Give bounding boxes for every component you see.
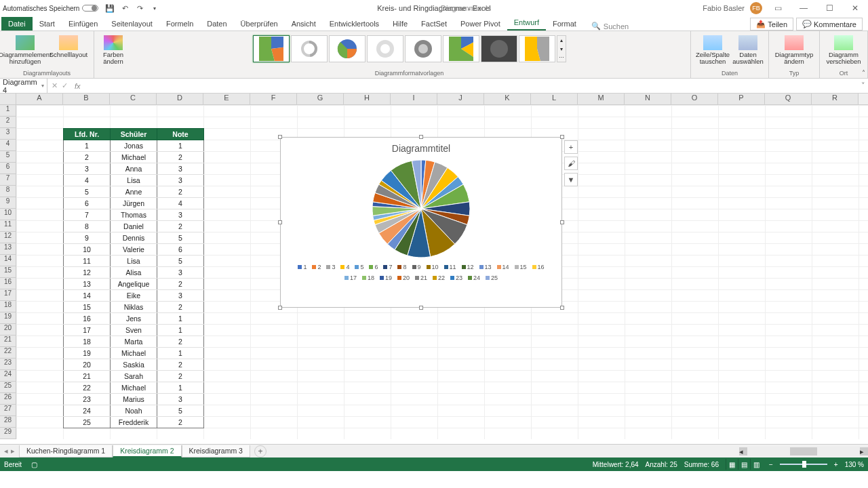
row-header[interactable]: 4 xyxy=(0,140,16,151)
zoom-level[interactable]: 130 % xyxy=(845,461,864,468)
select-all-cell[interactable] xyxy=(0,94,16,104)
tell-me-search[interactable]: 🔍 Suchen xyxy=(591,22,629,30)
sheet-nav-next-icon[interactable]: ▸ xyxy=(11,447,15,455)
row-header[interactable]: 7 xyxy=(0,174,16,186)
column-header[interactable]: O xyxy=(671,94,718,104)
qat-customize-icon[interactable]: ▾ xyxy=(150,3,159,13)
cell[interactable]: Michael xyxy=(111,382,157,394)
cell[interactable]: Eike xyxy=(111,290,157,302)
cell[interactable]: 3 xyxy=(157,163,204,175)
legend-item[interactable]: 19 xyxy=(380,274,392,281)
maximize-icon[interactable]: ☐ xyxy=(819,1,840,15)
resize-handle[interactable] xyxy=(278,306,282,310)
autosave-toggle[interactable]: Automatisches Speichern xyxy=(3,5,98,12)
row-header[interactable]: 19 xyxy=(0,312,16,324)
chart-style-1[interactable] xyxy=(253,35,290,62)
change-colors-button[interactable]: Farben ändern xyxy=(98,33,128,68)
cell[interactable]: Lisa xyxy=(111,256,157,267)
cell[interactable]: Alisa xyxy=(111,267,157,279)
zoom-out-icon[interactable]: − xyxy=(769,461,773,468)
cell[interactable]: 2 xyxy=(157,417,204,428)
legend-item[interactable]: 20 xyxy=(397,274,410,281)
user-avatar[interactable]: FB xyxy=(750,2,762,14)
row-header[interactable]: 2 xyxy=(0,117,16,128)
cell[interactable]: 24 xyxy=(64,405,111,417)
resize-handle[interactable] xyxy=(560,306,564,310)
cell[interactable]: Anne xyxy=(111,186,157,198)
cell[interactable]: 2 xyxy=(157,279,204,290)
cell[interactable]: 2 xyxy=(157,359,204,371)
cell[interactable]: Anna xyxy=(111,163,157,175)
legend-item[interactable]: 22 xyxy=(433,274,445,281)
sheet-nav-prev-icon[interactable]: ◂ xyxy=(4,447,8,455)
cell[interactable]: Michael xyxy=(111,348,157,359)
chart-title[interactable]: Diagrammtitel xyxy=(281,143,561,154)
pie-chart[interactable] xyxy=(370,158,472,260)
row-header[interactable]: 3 xyxy=(0,128,16,140)
legend-item[interactable]: 12 xyxy=(462,264,474,270)
row-header[interactable]: 11 xyxy=(0,220,16,232)
macro-record-icon[interactable]: ▢ xyxy=(31,461,37,468)
tab-file[interactable]: Datei xyxy=(1,17,33,30)
row-header[interactable]: 16 xyxy=(0,278,16,289)
chart-style-4[interactable] xyxy=(367,35,403,62)
cell[interactable]: 2 xyxy=(157,152,204,163)
cell[interactable]: 22 xyxy=(64,382,111,394)
resize-handle[interactable] xyxy=(560,220,564,224)
tab-format[interactable]: Format xyxy=(546,17,583,30)
row-header[interactable]: 26 xyxy=(0,393,16,405)
legend-item[interactable]: 7 xyxy=(383,264,392,270)
view-normal-icon[interactable]: ▦ xyxy=(726,459,738,470)
minimize-icon[interactable]: — xyxy=(793,1,814,15)
cell[interactable]: Fredderik xyxy=(111,417,157,428)
cell[interactable]: 5 xyxy=(157,256,204,267)
ribbon-display-icon[interactable]: ▭ xyxy=(768,1,788,15)
cell[interactable]: 1 xyxy=(157,313,204,325)
row-header[interactable]: 21 xyxy=(0,336,16,347)
cell[interactable]: Noah xyxy=(111,405,157,417)
row-header[interactable]: 13 xyxy=(0,243,16,255)
row-header[interactable]: 14 xyxy=(0,255,16,266)
resize-handle[interactable] xyxy=(278,135,282,139)
cell[interactable]: 4 xyxy=(157,198,204,209)
cell[interactable]: 21 xyxy=(64,371,111,382)
select-data-button[interactable]: Daten auswählen xyxy=(732,33,764,68)
resize-handle[interactable] xyxy=(560,135,564,139)
row-header[interactable]: 18 xyxy=(0,301,16,312)
legend-item[interactable]: 15 xyxy=(515,264,527,270)
cell[interactable]: Michael xyxy=(111,152,157,163)
legend-item[interactable]: 4 xyxy=(340,264,349,270)
cell[interactable]: 25 xyxy=(64,417,111,428)
row-header[interactable]: 20 xyxy=(0,324,16,336)
cell[interactable]: Marta xyxy=(111,336,157,348)
formula-input[interactable] xyxy=(83,79,859,93)
tab-daten[interactable]: Daten xyxy=(200,17,233,30)
column-header[interactable]: I xyxy=(391,94,437,104)
name-box-dropdown-icon[interactable]: ▾ xyxy=(41,83,44,89)
cell[interactable]: Thomas xyxy=(111,209,157,221)
row-header[interactable]: 25 xyxy=(0,382,16,393)
column-header[interactable]: A xyxy=(16,94,63,104)
legend-item[interactable]: 23 xyxy=(450,274,462,281)
add-chart-element-button[interactable]: Diagrammelement hinzufügen xyxy=(4,33,46,68)
chart-style-7[interactable] xyxy=(481,35,517,62)
legend-item[interactable]: 6 xyxy=(369,264,378,270)
tab-überprüfen[interactable]: Überprüfen xyxy=(234,17,285,30)
cell[interactable]: 4 xyxy=(64,175,111,186)
cell[interactable]: 2 xyxy=(157,371,204,382)
name-box[interactable]: Diagramm 4 ▾ xyxy=(0,79,47,93)
legend-item[interactable]: 11 xyxy=(444,264,456,270)
cell[interactable]: Daniel xyxy=(111,221,157,232)
cell[interactable]: Marius xyxy=(111,394,157,405)
row-header[interactable]: 5 xyxy=(0,151,16,163)
cell[interactable]: Jonas xyxy=(111,140,157,152)
tab-einfügen[interactable]: Einfügen xyxy=(62,17,104,30)
chart-styles-gallery[interactable]: ▴▾⋯ xyxy=(252,33,568,65)
gallery-scroll[interactable]: ▴▾⋯ xyxy=(557,35,566,62)
cell[interactable]: 2 xyxy=(64,152,111,163)
legend-item[interactable]: 1 xyxy=(298,264,307,270)
cell[interactable]: 2 xyxy=(157,336,204,348)
chart-style-2[interactable] xyxy=(291,35,328,62)
cell[interactable]: 7 xyxy=(64,209,111,221)
cell[interactable]: 5 xyxy=(64,186,111,198)
